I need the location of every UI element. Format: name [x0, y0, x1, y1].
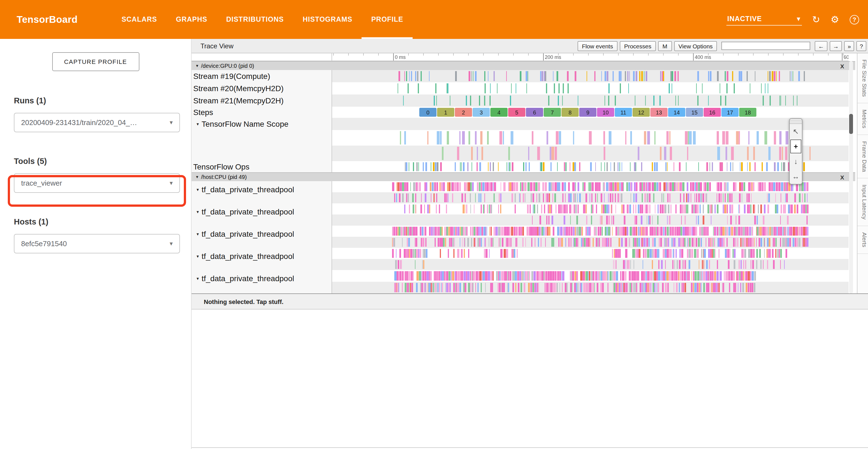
tools-select[interactable]: trace_viewer ▾ [14, 173, 180, 193]
trace-filter-input[interactable] [722, 42, 810, 50]
tab-graphs[interactable]: GRAPHS [166, 0, 217, 39]
runs-select[interactable]: 20200409-231431/train/2020_04_… ▾ [14, 113, 180, 132]
step-block[interactable]: 14 [668, 108, 685, 117]
timing-tool-button[interactable]: ↔ [790, 169, 802, 184]
tab-input-latency[interactable]: Input Latency [858, 179, 868, 227]
status-label: INACTIVE [727, 15, 762, 23]
tab-file-size-stats[interactable]: File Size Stats [858, 53, 868, 103]
step-block[interactable]: 15 [686, 108, 703, 117]
step-block[interactable]: 4 [490, 108, 507, 117]
step-block[interactable]: 11 [615, 108, 632, 117]
tab-metrics[interactable]: Metrics [858, 103, 868, 135]
track-label-threadpool-2[interactable]: ▾tf_data_private_threadpool [193, 207, 294, 217]
step-block[interactable]: 12 [632, 108, 650, 117]
track-label-stream21: Stream #21(MemcpyD2H) [193, 94, 283, 107]
steps-row: 0123456789101112131415161718 [419, 108, 756, 117]
runs-label: Runs (1) [14, 96, 191, 105]
chevron-down-icon: ▾ [165, 179, 173, 187]
selection-tool-button[interactable]: ↖ [790, 124, 802, 139]
flow-events-button[interactable]: Flow events [578, 41, 618, 51]
step-block[interactable]: 3 [473, 108, 490, 117]
metadata-button[interactable]: M [658, 41, 672, 51]
nav-skip-button[interactable]: » [844, 41, 855, 51]
step-block[interactable]: 1 [437, 108, 454, 117]
tab-histograms[interactable]: HISTOGRAMS [293, 0, 362, 39]
processes-button[interactable]: Processes [620, 41, 656, 51]
tab-frame-data[interactable]: Frame Data [858, 135, 868, 179]
right-tab-strip: File Size Stats Metrics Frame Data Input… [857, 53, 868, 293]
nav-left-button[interactable]: ← [815, 41, 828, 51]
collapse-triangle-icon[interactable]: ▾ [196, 254, 199, 259]
capture-profile-button[interactable]: CAPTURE PROFILE [52, 52, 139, 71]
collapse-triangle-icon[interactable]: ▾ [196, 187, 199, 192]
status-dropdown[interactable]: INACTIVE ▾ [726, 13, 802, 26]
nav-right-button[interactable]: → [830, 41, 842, 51]
tools-group: Tools (5) trace_viewer ▾ [14, 157, 191, 193]
track-label-threadpool-4[interactable]: ▾tf_data_private_threadpool [193, 251, 294, 261]
tab-distributions[interactable]: DISTRIBUTIONS [217, 0, 293, 39]
analysis-panel: Nothing selected. Tap stuff. [192, 293, 868, 449]
step-block[interactable]: 17 [721, 108, 739, 117]
chevron-down-icon: ▾ [165, 119, 173, 126]
tools-label: Tools (5) [14, 157, 191, 166]
trace-view-panel: Trace View Flow events Processes M View … [192, 39, 868, 449]
tool-palette: ↖ + ↓ ↔ [789, 118, 803, 184]
refresh-icon[interactable]: ↻ [812, 15, 820, 24]
step-block[interactable]: 6 [526, 108, 543, 117]
navbar-controls: INACTIVE ▾ ↻ ⚙ ? [726, 13, 859, 26]
top-navbar: TensorBoard SCALARS GRAPHS DISTRIBUTIONS… [0, 0, 868, 39]
runs-group: Runs (1) 20200409-231431/train/2020_04_…… [14, 96, 191, 132]
app-logo: TensorBoard [17, 13, 78, 25]
cpu-section-header[interactable]: ▾ /host:CPU (pid 49) X [192, 172, 855, 181]
tensorboard-app: TensorBoard SCALARS GRAPHS DISTRIBUTIONS… [0, 0, 868, 449]
collapse-triangle-icon[interactable]: ▾ [196, 175, 198, 179]
track-label-threadpool-3[interactable]: ▾tf_data_private_threadpool [193, 229, 294, 239]
track-label-threadpool-5[interactable]: ▾tf_data_private_threadpool [193, 273, 294, 283]
step-block[interactable]: 9 [579, 108, 596, 117]
runs-value: 20200409-231431/train/2020_04_… [21, 118, 137, 127]
track-label-name-scope[interactable]: ▾TensorFlow Name Scope [193, 118, 288, 130]
chevron-down-icon: ▾ [797, 14, 801, 23]
bottom-divider [192, 447, 868, 448]
scrollbar-thumb[interactable] [849, 114, 853, 134]
vertical-scrollbar[interactable] [849, 61, 853, 293]
tab-profile[interactable]: PROFILE [362, 0, 413, 39]
step-block[interactable]: 2 [455, 108, 472, 117]
collapse-triangle-icon[interactable]: ▾ [196, 121, 199, 126]
zoom-tool-button[interactable]: ↓ [790, 154, 802, 169]
collapse-triangle-icon[interactable]: ▾ [196, 63, 198, 68]
step-block[interactable]: 10 [597, 108, 614, 117]
trace-view-title: Trace View [200, 42, 234, 50]
hosts-select[interactable]: 8efc5e791540 ▾ [14, 234, 180, 253]
track-label-stream19: Stream #19(Compute) [193, 70, 270, 82]
collapse-triangle-icon[interactable]: ▾ [196, 232, 199, 236]
step-block[interactable]: 18 [739, 108, 756, 117]
step-block[interactable]: 7 [544, 108, 561, 117]
palette-drag-handle[interactable] [790, 119, 802, 124]
collapse-triangle-icon[interactable]: ▾ [196, 276, 199, 281]
gpu-section-header[interactable]: ▾ /device:GPU:0 (pid 0) X [192, 61, 855, 70]
gpu-section-title: /device:GPU:0 (pid 0) [201, 63, 254, 69]
sidebar: CAPTURE PROFILE Runs (1) 20200409-231431… [0, 39, 192, 449]
gear-icon[interactable]: ⚙ [831, 15, 839, 24]
ruler-spacer [192, 53, 332, 61]
collapse-triangle-icon[interactable]: ▾ [196, 209, 199, 214]
trace-help-button[interactable]: ? [856, 41, 866, 51]
step-block[interactable]: 0 [419, 108, 436, 117]
nav-tabs: SCALARS GRAPHS DISTRIBUTIONS HISTOGRAMS … [112, 0, 413, 39]
step-block[interactable]: 5 [508, 108, 525, 117]
step-block[interactable]: 13 [650, 108, 668, 117]
cpu-section-title: /host:CPU (pid 49) [201, 174, 247, 180]
track-label-tf-ops: TensorFlow Ops [193, 161, 249, 172]
chevron-down-icon: ▾ [165, 240, 173, 247]
step-block[interactable]: 16 [704, 108, 721, 117]
track-label-threadpool-1[interactable]: ▾tf_data_private_threadpool [193, 184, 294, 194]
hosts-group: Hosts (1) 8efc5e791540 ▾ [14, 217, 191, 253]
help-icon[interactable]: ? [850, 15, 859, 24]
trace-toolbar-buttons: Flow events Processes M View Options ← →… [578, 41, 866, 51]
step-block[interactable]: 8 [561, 108, 579, 117]
tab-scalars[interactable]: SCALARS [112, 0, 166, 39]
tab-alerts[interactable]: Alerts [858, 227, 868, 254]
view-options-button[interactable]: View Options [674, 41, 717, 51]
pan-tool-button[interactable]: + [790, 139, 802, 154]
